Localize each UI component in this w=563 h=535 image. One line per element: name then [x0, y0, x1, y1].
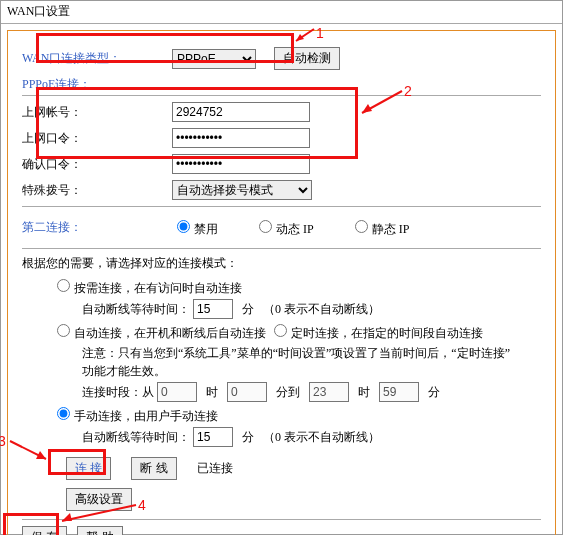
second-conn-dyn[interactable]: 动态 IP [254, 217, 314, 238]
radio-timed[interactable] [274, 324, 287, 337]
radio-disable-label: 禁用 [194, 222, 218, 236]
wait-input-2[interactable] [193, 427, 233, 447]
mode-auto[interactable]: 自动连接，在开机和断线后自动连接 [52, 326, 269, 340]
to-label: 分到 [276, 385, 300, 399]
radio-manual[interactable] [57, 407, 70, 420]
special-dial-select[interactable]: 自动选择拨号模式 [172, 180, 312, 200]
period-label: 连接时段：从 [82, 385, 154, 399]
svg-line-4 [10, 441, 46, 459]
special-dial-label: 特殊拨号： [22, 182, 172, 199]
zero-note-1: （0 表示不自动断线） [263, 302, 380, 316]
radio-stat-label: 静态 IP [372, 222, 410, 236]
radio-manual-label: 手动连接，由用户手动连接 [74, 409, 218, 423]
window-title: WAN口设置 [1, 1, 562, 24]
wan-type-select[interactable]: PPPoE [172, 49, 256, 69]
period-to-h [309, 382, 349, 402]
wait-label-1: 自动断线等待时间： [82, 302, 190, 316]
connect-button[interactable]: 连 接 [66, 457, 111, 480]
svg-marker-1 [296, 34, 304, 41]
second-conn-stat[interactable]: 静态 IP [350, 217, 410, 238]
radio-auto[interactable] [57, 324, 70, 337]
radio-auto-label: 自动连接，在开机和断线后自动连接 [74, 326, 266, 340]
annotation-arrow-1 [294, 27, 316, 43]
radio-dyn-label: 动态 IP [276, 222, 314, 236]
help-button[interactable]: 帮 助 [77, 526, 122, 535]
zero-note-2: （0 表示不自动断线） [263, 430, 380, 444]
pwd-label: 上网口令： [22, 130, 172, 147]
minutes-1: 分 [242, 302, 254, 316]
mode-timed[interactable]: 定时连接，在指定的时间段自动连接 [269, 326, 483, 340]
wan-type-label: WAN口连接类型： [22, 50, 172, 67]
second-conn-disable[interactable]: 禁用 [172, 217, 218, 238]
minutes-p: 分 [428, 385, 440, 399]
confirm-label: 确认口令： [22, 156, 172, 173]
minutes-2: 分 [242, 430, 254, 444]
radio-dyn[interactable] [259, 220, 272, 233]
conn-status: 已连接 [197, 460, 233, 477]
hour-2: 时 [358, 385, 370, 399]
period-from-h [157, 382, 197, 402]
annotation-1: 1 [316, 25, 324, 41]
period-from-m [227, 382, 267, 402]
wait-label-2: 自动断线等待时间： [82, 430, 190, 444]
confirm-input[interactable] [172, 154, 310, 174]
svg-marker-5 [36, 451, 46, 459]
advanced-button[interactable]: 高级设置 [66, 488, 132, 511]
radio-ondemand[interactable] [57, 279, 70, 292]
save-button[interactable]: 保 存 [22, 526, 67, 535]
wait-input-1[interactable] [193, 299, 233, 319]
hour-1: 时 [206, 385, 218, 399]
radio-stat[interactable] [355, 220, 368, 233]
radio-disable[interactable] [177, 220, 190, 233]
second-conn-label: 第二连接： [22, 219, 172, 236]
radio-ondemand-label: 按需连接，在有访问时自动连接 [74, 281, 242, 295]
period-to-m [379, 382, 419, 402]
mode-ondemand[interactable]: 按需连接，在有访问时自动连接 [52, 281, 242, 295]
disconnect-button[interactable]: 断 线 [131, 457, 176, 480]
pppoe-header: PPPoE连接： [22, 76, 541, 96]
account-input[interactable] [172, 102, 310, 122]
autodetect-button[interactable]: 自动检测 [274, 47, 340, 70]
svg-line-0 [296, 29, 314, 41]
account-label: 上网帐号： [22, 104, 172, 121]
annotation-box-2 [36, 87, 358, 159]
mode-intro: 根据您的需要，请选择对应的连接模式： [22, 255, 541, 272]
annotation-arrow-3 [8, 439, 48, 463]
mode-manual[interactable]: 手动连接，由用户手动连接 [52, 409, 218, 423]
annotation-3: 3 [0, 433, 6, 449]
radio-timed-label: 定时连接，在指定的时间段自动连接 [291, 326, 483, 340]
timed-note: 注意：只有当您到“系统工具”菜单的“时间设置”项设置了当前时间后，“定时连接”功… [82, 344, 512, 380]
password-input[interactable] [172, 128, 310, 148]
